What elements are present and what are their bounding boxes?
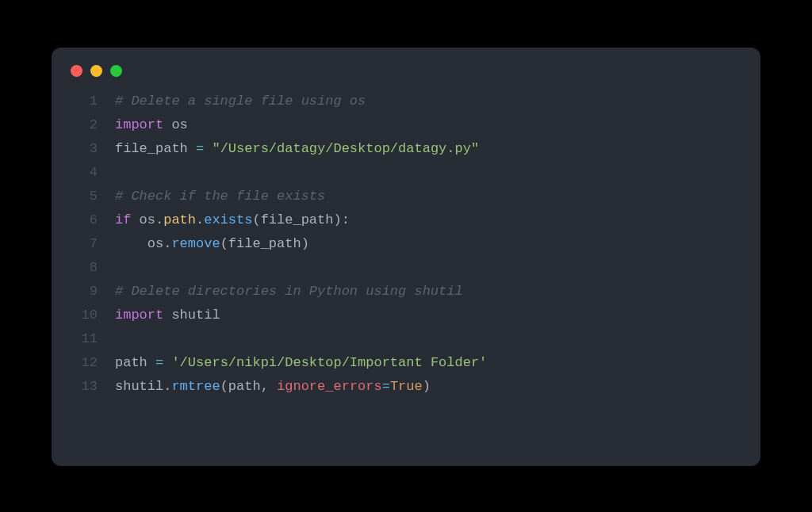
code-token: # Delete directories in Python using shu… bbox=[115, 284, 463, 299]
code-token: True bbox=[390, 379, 423, 394]
line-number: 7 bbox=[52, 232, 115, 256]
code-token: shutil bbox=[115, 379, 163, 394]
code-line: 3file_path = "/Users/datagy/Desktop/data… bbox=[52, 137, 760, 161]
code-line: 12path = '/Users/nikpi/Desktop/Important… bbox=[52, 351, 760, 375]
code-token: file_path bbox=[261, 212, 334, 227]
code-content: path = '/Users/nikpi/Desktop/Important F… bbox=[115, 351, 760, 375]
code-content bbox=[115, 256, 760, 280]
code-content: file_path = "/Users/datagy/Desktop/datag… bbox=[115, 137, 760, 161]
code-token: import bbox=[115, 117, 163, 132]
code-token: path bbox=[163, 212, 196, 227]
line-number: 8 bbox=[52, 256, 115, 280]
code-line: 10import shutil bbox=[52, 304, 760, 327]
code-token: remove bbox=[171, 236, 220, 251]
code-token: = bbox=[155, 355, 163, 370]
code-token: ( bbox=[252, 212, 260, 227]
code-token: '/Users/nikpi/Desktop/Important Folder' bbox=[171, 355, 487, 370]
code-line: 4 bbox=[52, 161, 760, 185]
code-content: import shutil bbox=[115, 304, 760, 327]
code-content: shutil.rmtree(path, ignore_errors=True) bbox=[115, 375, 760, 399]
code-line: 7 os.remove(file_path) bbox=[52, 232, 760, 256]
code-content bbox=[115, 161, 760, 185]
code-token: . bbox=[163, 236, 171, 251]
maximize-icon[interactable] bbox=[110, 65, 122, 77]
code-token: ) bbox=[301, 236, 309, 251]
code-token: ): bbox=[333, 212, 349, 227]
code-token bbox=[163, 308, 171, 323]
code-token: file_path bbox=[115, 141, 196, 156]
line-number: 10 bbox=[52, 304, 115, 327]
code-content: import os bbox=[115, 113, 760, 137]
code-line: 5# Check if the file exists bbox=[52, 185, 760, 208]
code-token bbox=[163, 117, 171, 132]
close-icon[interactable] bbox=[71, 65, 82, 77]
code-token: ( bbox=[220, 236, 228, 251]
line-number: 9 bbox=[52, 280, 115, 304]
code-token: os bbox=[131, 212, 155, 227]
code-editor[interactable]: 1# Delete a single file using os2import … bbox=[52, 86, 760, 399]
window-titlebar bbox=[52, 48, 760, 86]
code-token: # Delete a single file using os bbox=[115, 94, 366, 109]
code-token: = bbox=[382, 379, 390, 394]
code-line: 13shutil.rmtree(path, ignore_errors=True… bbox=[52, 375, 760, 399]
code-token: ) bbox=[423, 379, 431, 394]
line-number: 6 bbox=[52, 208, 115, 232]
code-window: 1# Delete a single file using os2import … bbox=[52, 48, 760, 466]
code-token: path bbox=[228, 379, 261, 394]
code-token: rmtree bbox=[171, 379, 220, 394]
line-number: 13 bbox=[52, 375, 115, 399]
code-token: shutil bbox=[171, 308, 220, 323]
code-token: # Check if the file exists bbox=[115, 189, 325, 204]
code-token: . bbox=[155, 212, 163, 227]
line-number: 4 bbox=[52, 161, 115, 185]
code-token: file_path bbox=[228, 236, 301, 251]
code-token: . bbox=[163, 379, 171, 394]
code-token: "/Users/datagy/Desktop/datagy.py" bbox=[212, 141, 479, 156]
code-token: if bbox=[115, 212, 131, 227]
line-number: 3 bbox=[52, 137, 115, 161]
line-number: 1 bbox=[52, 90, 115, 113]
code-line: 6if os.path.exists(file_path): bbox=[52, 208, 760, 232]
code-line: 9# Delete directories in Python using sh… bbox=[52, 280, 760, 304]
line-number: 2 bbox=[52, 113, 115, 137]
code-line: 1# Delete a single file using os bbox=[52, 90, 760, 113]
code-token: path bbox=[115, 355, 155, 370]
code-token bbox=[163, 355, 171, 370]
code-token: os bbox=[171, 117, 187, 132]
code-token bbox=[204, 141, 212, 156]
code-content: # Delete directories in Python using shu… bbox=[115, 280, 760, 304]
code-content: # Delete a single file using os bbox=[115, 90, 760, 113]
line-number: 12 bbox=[52, 351, 115, 375]
code-token: = bbox=[196, 141, 204, 156]
code-token: ( bbox=[220, 379, 228, 394]
code-line: 11 bbox=[52, 327, 760, 351]
line-number: 11 bbox=[52, 327, 115, 351]
code-token: exists bbox=[204, 212, 252, 227]
code-content: if os.path.exists(file_path): bbox=[115, 208, 760, 232]
code-content: # Check if the file exists bbox=[115, 185, 760, 208]
line-number: 5 bbox=[52, 185, 115, 208]
code-content: os.remove(file_path) bbox=[115, 232, 760, 256]
code-token: . bbox=[196, 212, 204, 227]
code-token: , bbox=[261, 379, 277, 394]
code-content bbox=[115, 327, 760, 351]
code-line: 8 bbox=[52, 256, 760, 280]
code-line: 2import os bbox=[52, 113, 760, 137]
code-token: import bbox=[115, 308, 163, 323]
code-token: ignore_errors bbox=[277, 379, 382, 394]
code-token: os bbox=[115, 236, 163, 251]
minimize-icon[interactable] bbox=[90, 65, 102, 77]
